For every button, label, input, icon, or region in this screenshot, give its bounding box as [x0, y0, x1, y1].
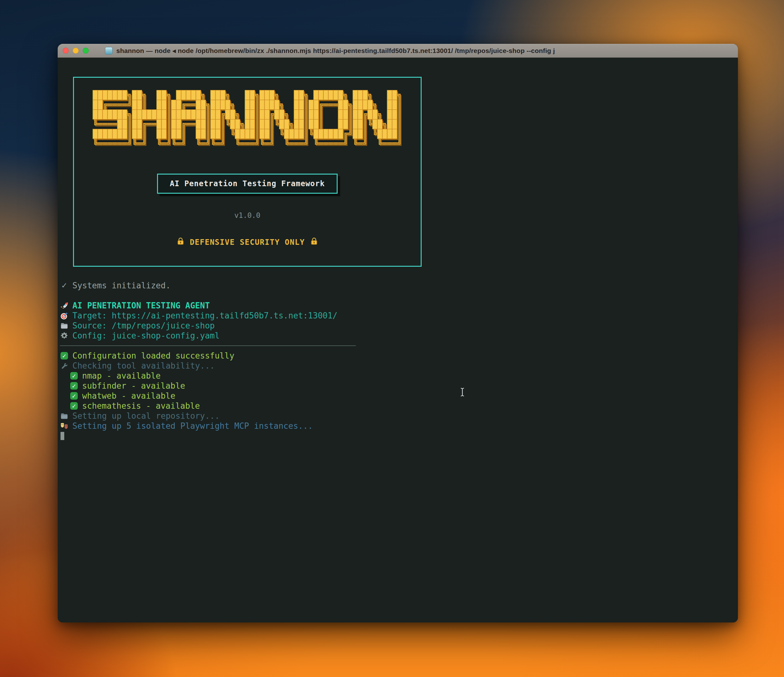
framework-label-box: AI Penetration Testing Framework: [157, 174, 338, 194]
log-line-playwright-setup: Setting up 5 isolated Playwright MCP ins…: [60, 421, 738, 431]
log-line-tool-schemathesis: ✓ schemathesis - available: [70, 401, 738, 411]
folder-icon: [60, 322, 68, 330]
divider-rule: [60, 346, 356, 346]
target-text: Target: https://ai-pentesting.tailfd50b7…: [72, 311, 337, 320]
systems-initialized-text: Systems initialized.: [72, 281, 171, 290]
log-line-cursor: [60, 431, 738, 441]
log-line-config: Config: juice-shop-config.yaml: [60, 331, 738, 341]
log-line-source: Source: /tmp/repos/juice-shop: [60, 321, 738, 331]
target-icon: [60, 311, 68, 320]
log-line-systems-initialized: ✓ Systems initialized.: [60, 280, 738, 291]
agent-header-text: AI PENETRATION TESTING AGENT: [72, 301, 210, 310]
log-line-repo-setup: Setting up local repository...: [60, 411, 738, 421]
security-notice: DEFENSIVE SECURITY ONLY: [176, 237, 319, 247]
blank-line: [60, 291, 738, 300]
repo-setup-text: Setting up local repository...: [72, 411, 220, 420]
check-badge-icon: ✓: [70, 392, 78, 400]
terminal-cursor: [61, 432, 64, 440]
lock-icon: [176, 237, 185, 247]
check-badge-icon: ✓: [70, 382, 78, 390]
source-text: Source: /tmp/repos/juice-shop: [72, 321, 215, 330]
terminal-window: shannon — node ◂ node /opt/homebrew/bin/…: [58, 44, 738, 623]
security-notice-text: DEFENSIVE SECURITY ONLY: [190, 238, 305, 247]
window-title: shannon — node ◂ node /opt/homebrew/bin/…: [116, 47, 733, 54]
check-icon: ✓: [60, 281, 68, 290]
check-badge-icon: ✓: [61, 352, 68, 360]
tool-status-text: schemathesis - available: [82, 401, 200, 411]
mouse-cursor-ibeam: [460, 388, 465, 398]
minimize-button[interactable]: [73, 48, 79, 54]
log-line-target: Target: https://ai-pentesting.tailfd50b7…: [60, 311, 738, 321]
log-line-tool-whatweb: ✓ whatweb - available: [70, 391, 738, 401]
log-divider: [60, 341, 738, 351]
checking-tools-text: Checking tool availability...: [72, 361, 215, 370]
gear-icon: [60, 331, 68, 340]
config-text: Config: juice-shop-config.yaml: [72, 331, 220, 340]
terminal-log: ✓ Systems initialized. AI PENETRATION TE…: [58, 280, 738, 441]
log-line-tool-subfinder: ✓ subfinder - available: [70, 381, 738, 391]
wrench-icon: [60, 362, 68, 370]
close-button[interactable]: [63, 48, 68, 54]
masks-icon: [60, 422, 68, 430]
window-titlebar[interactable]: shannon — node ◂ node /opt/homebrew/bin/…: [58, 44, 738, 58]
playwright-setup-text: Setting up 5 isolated Playwright MCP ins…: [72, 421, 313, 431]
framework-label: AI Penetration Testing Framework: [170, 179, 325, 188]
log-line-checking-tools: Checking tool availability...: [60, 361, 738, 371]
zoom-button[interactable]: [83, 48, 89, 54]
log-line-agent-header: AI PENETRATION TESTING AGENT: [60, 300, 738, 311]
rocket-icon: [60, 302, 68, 310]
version-label: v1.0.0: [234, 211, 260, 219]
check-badge-icon: ✓: [70, 402, 78, 410]
lock-icon: [310, 237, 319, 247]
terminal-content[interactable]: ███████╗██╗ ██╗ █████╗ ███╗ ██╗███╗ ██╗ …: [58, 58, 738, 623]
terminal-document-icon: [105, 47, 112, 54]
tool-status-text: subfinder - available: [82, 381, 185, 391]
shannon-banner-box: ███████╗██╗ ██╗ █████╗ ███╗ ██╗███╗ ██╗ …: [73, 77, 422, 267]
tool-status-text: nmap - available: [82, 371, 160, 380]
folder-icon: [60, 412, 68, 420]
traffic-lights: [63, 48, 89, 54]
log-line-config-loaded: ✓ Configuration loaded successfully: [60, 351, 738, 361]
config-loaded-text: Configuration loaded successfully: [72, 351, 235, 360]
check-badge-icon: ✓: [70, 372, 78, 380]
shannon-ascii-logo: ███████╗██╗ ██╗ █████╗ ███╗ ██╗███╗ ██╗ …: [93, 90, 402, 149]
tool-status-text: whatweb - available: [82, 391, 175, 400]
log-line-tool-nmap: ✓ nmap - available: [70, 371, 738, 381]
